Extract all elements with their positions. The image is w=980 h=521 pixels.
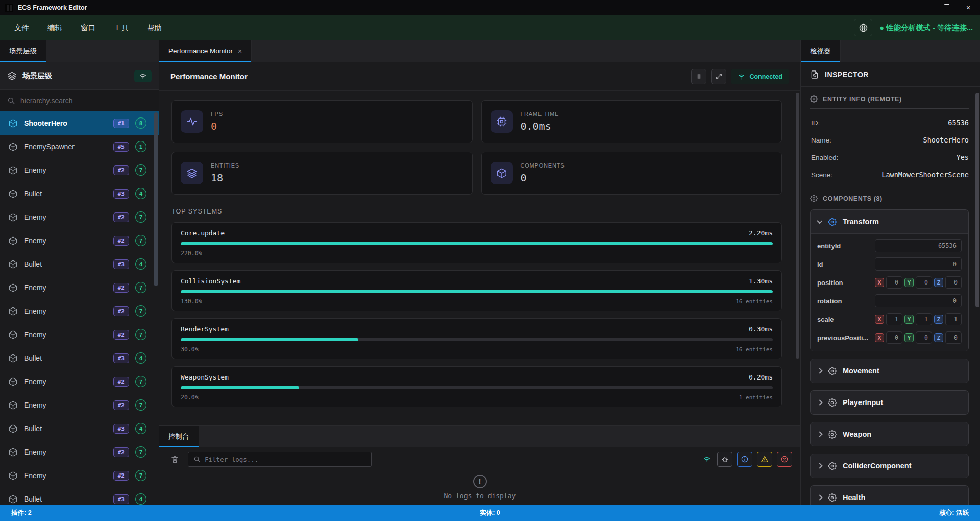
vector-y-input[interactable]: 0	[916, 331, 932, 344]
property-input[interactable]: 0	[875, 294, 962, 307]
pause-icon	[695, 73, 703, 80]
hierarchy-item[interactable]: Enemy #2 7	[0, 205, 159, 229]
entity-name: Bullet	[24, 354, 42, 362]
console-toolbar	[159, 447, 800, 471]
debug-filter-button[interactable]	[717, 452, 732, 467]
property-label: rotation	[817, 297, 871, 305]
stat-label: ENTITIES	[211, 162, 239, 169]
system-row: 20.0% 1 entities	[181, 394, 773, 401]
trash-icon	[170, 455, 179, 464]
layers-icon	[181, 162, 203, 184]
hierarchy-item[interactable]: Enemy #2 7	[0, 370, 159, 393]
info-label: Enabled:	[811, 154, 838, 161]
property-input[interactable]: 0	[875, 257, 962, 271]
entity-cube-icon	[8, 189, 18, 199]
info-filter-button[interactable]	[737, 452, 752, 467]
clear-logs-button[interactable]	[167, 452, 182, 466]
tab-inspector[interactable]: 检视器	[801, 40, 841, 62]
component-header[interactable]: Movement	[811, 359, 968, 383]
menu-item[interactable]: 帮助	[147, 23, 162, 33]
entity-count-badge: 7	[135, 282, 146, 293]
component-header[interactable]: PlayerInput	[811, 391, 968, 414]
error-filter-button[interactable]	[777, 452, 792, 467]
inspector-scrollbar[interactable]	[975, 93, 979, 307]
vector-z-input[interactable]: 1	[945, 313, 962, 325]
hierarchy-item[interactable]: Enemy #2 7	[0, 158, 159, 182]
vector-y-input[interactable]: 1	[916, 313, 932, 325]
vector-x-input[interactable]: 1	[886, 313, 902, 325]
system-card: RenderSystem 0.30ms 30.0% 16 entities	[172, 318, 782, 359]
log-filter-input[interactable]	[205, 456, 366, 463]
tab-hierarchy-label: 场景层级	[9, 46, 37, 56]
property-label: scale	[817, 316, 871, 323]
pause-button[interactable]	[691, 69, 706, 84]
system-name: RenderSystem	[181, 325, 229, 333]
vector-z-input[interactable]: 0	[945, 331, 962, 344]
close-button[interactable]: ×	[957, 0, 980, 15]
vector-x-input[interactable]: 0	[886, 276, 902, 289]
hierarchy-item[interactable]: Bullet #3 4	[0, 487, 159, 505]
hierarchy-item[interactable]: Enemy #2 7	[0, 229, 159, 252]
property-input[interactable]: 65536	[875, 239, 962, 252]
hierarchy-scrollbar[interactable]	[154, 112, 158, 286]
hierarchy-item[interactable]: Enemy #2 7	[0, 299, 159, 323]
component-card-weapon: Weapon	[810, 422, 969, 446]
expand-button[interactable]	[711, 69, 726, 84]
console-remote-icon[interactable]	[701, 454, 713, 465]
tab-performance-monitor[interactable]: Performance Monitor ×	[159, 40, 252, 62]
hierarchy-item[interactable]: Enemy #2 7	[0, 464, 159, 487]
menubar-right: ● 性能分析模式 - 等待连接...	[854, 19, 973, 36]
hierarchy-item[interactable]: Bullet #3 4	[0, 417, 159, 440]
hierarchy-item[interactable]: Enemy #2 7	[0, 276, 159, 299]
hierarchy-item[interactable]: Enemy #2 7	[0, 393, 159, 417]
warning-filter-button[interactable]	[757, 452, 772, 467]
warning-icon	[761, 455, 769, 463]
menu-item[interactable]: 窗口	[81, 23, 95, 33]
search-icon	[7, 97, 15, 105]
main-scrollbar[interactable]	[796, 93, 799, 359]
hierarchy-item[interactable]: EnemySpawner #5 1	[0, 135, 159, 158]
menubar: 文件编辑窗口工具帮助 ● 性能分析模式 - 等待连接...	[0, 15, 980, 40]
vector-z-input[interactable]: 0	[945, 276, 962, 289]
vector-x-input[interactable]: 0	[886, 331, 902, 344]
top-systems-title: TOP SYSTEMS	[172, 208, 787, 215]
component-header[interactable]: ColliderComponent	[811, 454, 968, 478]
gear-icon	[828, 218, 837, 226]
minimize-icon	[919, 8, 924, 8]
language-globe-button[interactable]	[854, 19, 872, 36]
menu-item[interactable]: 编辑	[47, 23, 62, 33]
component-header[interactable]: Weapon	[811, 422, 968, 446]
tab-console[interactable]: 控制台	[159, 426, 199, 447]
minimize-button[interactable]	[910, 0, 933, 15]
entity-name: Bullet	[24, 260, 42, 268]
system-time: 0.20ms	[749, 373, 773, 381]
hierarchy-remote-connection-button[interactable]	[134, 70, 152, 82]
vector-y-input[interactable]: 0	[916, 276, 932, 289]
hierarchy-item[interactable]: Bullet #3 4	[0, 252, 159, 276]
entity-id-badge: #2	[113, 165, 129, 175]
restore-button[interactable]	[933, 0, 957, 15]
stat-label: FPS	[211, 111, 223, 117]
hierarchy-item[interactable]: Enemy #2 7	[0, 323, 159, 346]
system-row: 30.0% 16 entities	[181, 346, 773, 353]
system-name: CollisionSystem	[181, 277, 240, 285]
chevron-right-icon	[817, 368, 822, 373]
hierarchy-item[interactable]: ShooterHero #1 8	[0, 111, 159, 135]
transform-header[interactable]: Transform	[811, 210, 968, 233]
window-title: ECS Framework Editor	[18, 4, 87, 11]
tab-close-icon[interactable]: ×	[238, 47, 242, 55]
menu-item[interactable]: 文件	[14, 23, 29, 33]
hierarchy-search-input[interactable]	[20, 97, 152, 105]
content-area: 场景层级 场景层级 ShooterHero #1 8 EnemySpawner …	[0, 40, 980, 505]
component-header[interactable]: Health	[811, 486, 968, 505]
hierarchy-item[interactable]: Bullet #3 4	[0, 346, 159, 370]
hierarchy-item[interactable]: Bullet #3 4	[0, 182, 159, 205]
tab-hierarchy[interactable]: 场景层级	[0, 40, 46, 62]
entity-id-badge: #2	[113, 377, 129, 387]
entity-cube-icon	[8, 400, 18, 410]
entity-name: EnemySpawner	[24, 143, 75, 151]
tab-performance-monitor-label: Performance Monitor	[168, 47, 233, 55]
menu-item[interactable]: 工具	[114, 23, 129, 33]
hierarchy-item[interactable]: Enemy #2 7	[0, 440, 159, 464]
systems-list: Core.update 2.20ms 220.0% CollisionSyste…	[172, 222, 787, 407]
